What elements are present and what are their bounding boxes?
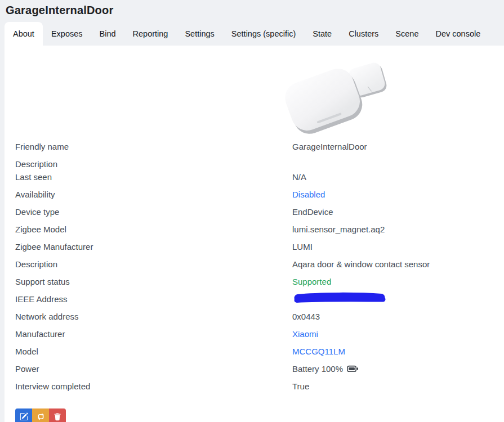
field-label: Last seen [15,171,292,183]
reconfigure-button[interactable] [32,408,49,422]
tab-dev-console[interactable]: Dev console [427,22,489,46]
battery-text: Battery 100% [292,364,343,374]
about-row-friendly-name: Friendly nameGarageInternalDoor [15,141,504,153]
field-value-manufacturer[interactable]: Xiaomi [292,328,504,340]
about-row-ieee-address: IEEE Address [15,293,504,306]
field-value-power: Battery 100% [292,363,504,375]
field-value-zigbee-model: lumi.sensor_magnet.aq2 [292,223,504,236]
about-row-interview-completed: Interview completedTrue [15,380,504,393]
field-label: IEEE Address [15,293,292,306]
tab-reporting[interactable]: Reporting [124,22,177,46]
about-row-manufacturer: ManufacturerXiaomi [15,328,504,340]
field-value-ieee-address [292,293,504,306]
about-row-availability: AvailabilityDisabled [15,188,504,201]
field-value-last-seen: N/A [292,171,504,183]
page-header: GarageInternalDoor [0,0,504,17]
field-label: Interview completed [15,380,292,393]
redaction-scribble [292,292,388,304]
trash-icon [53,412,61,421]
door-sensor-illustration [284,57,391,137]
tab-bind[interactable]: Bind [91,22,124,46]
field-value-friendly-name: GarageInternalDoor [292,141,504,153]
field-label: Model [15,345,292,358]
field-label: Friendly name [15,141,292,153]
tab-clusters[interactable]: Clusters [340,22,387,46]
about-row-zigbee-manufacturer: Zigbee ManufacturerLUMI [15,241,504,253]
field-label: Description [15,158,292,170]
field-label: Zigbee Manufacturer [15,241,292,253]
tab-settings-specific[interactable]: Settings (specific) [223,22,304,46]
device-image [284,57,391,137]
tab-state[interactable]: State [304,22,340,46]
field-label: Support status [15,276,292,288]
device-actions [15,408,66,422]
battery-icon [347,365,359,372]
field-label: Description [15,258,292,271]
about-row-support-status: Support statusSupported [15,276,504,288]
field-value-support-status[interactable]: Supported [292,276,504,288]
tab-scene[interactable]: Scene [387,22,427,46]
about-row-model: ModelMCCGQ11LM [15,345,504,358]
about-row-last-seen: Last seenN/A [15,171,504,183]
field-value-network-address: 0x0443 [292,311,504,323]
field-label: Zigbee Model [15,223,292,236]
field-label: Device type [15,206,292,218]
tab-about[interactable]: About [5,22,43,46]
device-info-list: Friendly nameGarageInternalDoorDescripti… [5,141,504,393]
device-tabbar: AboutExposesBindReportingSettingsSetting… [5,22,504,46]
edit-button[interactable] [15,408,32,422]
field-label: Power [15,363,292,375]
pencil-square-icon [20,412,28,421]
page-title: GarageInternalDoor [6,4,504,17]
about-row-zigbee-model: Zigbee Modellumi.sensor_magnet.aq2 [15,223,504,236]
tab-exposes[interactable]: Exposes [43,22,91,46]
field-value-zigbee-manufacturer: LUMI [292,241,504,253]
about-row-network-address: Network address0x0443 [15,311,504,323]
repeat-icon [37,412,45,421]
about-row-description: DescriptionAqara door & window contact s… [15,258,504,271]
field-label: Manufacturer [15,328,292,340]
field-label: Network address [15,311,292,323]
about-row-power: PowerBattery 100% [15,363,504,375]
about-panel: Friendly nameGarageInternalDoorDescripti… [5,46,504,422]
field-value-model[interactable]: MCCGQ11LM [292,345,504,358]
field-value-description: Aqara door & window contact sensor [292,258,504,271]
field-label: Availability [15,188,292,201]
field-value-availability[interactable]: Disabled [292,188,504,201]
field-value-device-type: EndDevice [292,206,504,218]
about-row-description: Description [15,158,504,170]
field-value-interview-completed: True [292,380,504,393]
field-value-description [292,158,504,170]
tab-settings[interactable]: Settings [176,22,222,46]
remove-button[interactable] [49,408,66,422]
about-row-device-type: Device typeEndDevice [15,206,504,218]
